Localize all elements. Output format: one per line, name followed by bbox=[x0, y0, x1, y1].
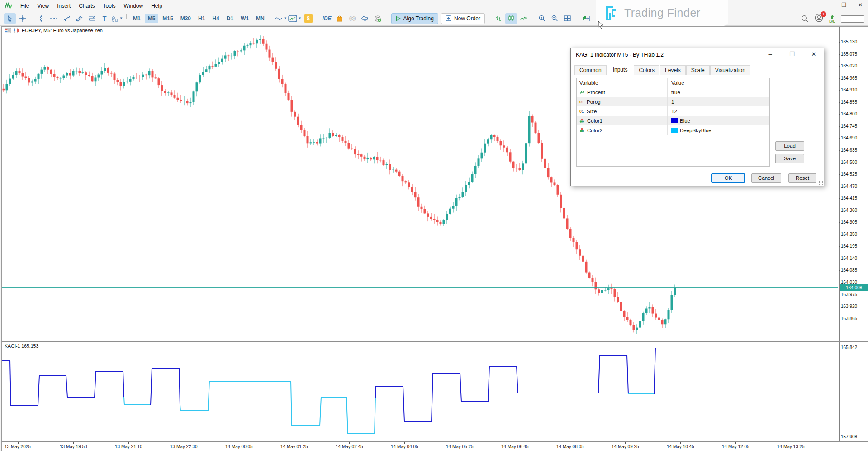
lvl-label: LVL bbox=[829, 20, 835, 23]
menu-insert[interactable]: Insert bbox=[53, 1, 75, 10]
param-value: DeepSkyBlue bbox=[680, 128, 711, 133]
timeframe-w1[interactable]: W1 bbox=[237, 14, 252, 23]
time-axis-label: 14 May 00:05 bbox=[225, 444, 253, 449]
horizontal-line-tool-button[interactable] bbox=[48, 13, 60, 24]
shift-end-button[interactable] bbox=[580, 13, 592, 24]
tab-scale[interactable]: Scale bbox=[686, 65, 710, 75]
bars-icon bbox=[495, 15, 502, 22]
chart-symbol-title: EURJPY, M5: Euro vs Japanese Yen bbox=[22, 28, 103, 33]
algo-trading-button[interactable]: Algo Trading bbox=[391, 13, 438, 24]
pane-separator[interactable] bbox=[2, 341, 868, 342]
timeframe-m15[interactable]: M15 bbox=[159, 14, 176, 23]
dialog-title: KAGI 1 Indicator MT5 - By TFlab 1.2 bbox=[576, 52, 664, 58]
timeframe-mn[interactable]: MN bbox=[253, 14, 268, 23]
ok-button[interactable]: OK bbox=[711, 173, 745, 183]
tab-inputs[interactable]: Inputs bbox=[607, 64, 634, 76]
timeframe-m30[interactable]: M30 bbox=[177, 14, 194, 23]
menu-charts[interactable]: Charts bbox=[75, 1, 99, 10]
candle-chart-mode-button[interactable] bbox=[505, 13, 517, 24]
table-row-color2[interactable]: Color2 DeepSkyBlue bbox=[577, 125, 769, 135]
vertical-line-tool-button[interactable] bbox=[35, 13, 47, 24]
dialog-minimize-button[interactable]: – bbox=[765, 50, 776, 59]
new-order-button[interactable]: New Order bbox=[441, 13, 485, 24]
cursor-tool-button[interactable] bbox=[4, 13, 16, 24]
time-axis[interactable]: 13 May 202513 May 19:5013 May 21:1013 Ma… bbox=[2, 442, 868, 451]
line-chart-mode-button[interactable] bbox=[518, 13, 530, 24]
text-tool-button[interactable]: T bbox=[99, 13, 110, 24]
dialog-close-button[interactable]: ✕ bbox=[808, 50, 819, 59]
zoom-out-button[interactable] bbox=[549, 13, 561, 24]
trading-finder-logo-icon bbox=[602, 5, 620, 22]
crosshair-tool-button[interactable] bbox=[17, 13, 28, 24]
cloud-button[interactable] bbox=[359, 13, 371, 24]
window-minimize-button[interactable]: – bbox=[823, 1, 833, 9]
toolbar-separator bbox=[533, 14, 533, 23]
value-column-header[interactable]: Value bbox=[668, 80, 769, 86]
price-axis-label: 165.130 bbox=[841, 39, 857, 44]
timeframe-h1[interactable]: H1 bbox=[195, 14, 208, 23]
time-axis-label: 14 May 04:05 bbox=[391, 444, 418, 449]
price-axis-label: 164.140 bbox=[841, 256, 857, 261]
variable-column-header[interactable]: Variable bbox=[577, 78, 668, 87]
window-controls: – ❐ ✕ bbox=[823, 1, 865, 9]
fibonacci-tool-button[interactable] bbox=[86, 13, 98, 24]
menu-help[interactable]: Help bbox=[147, 1, 166, 10]
dialog-resize-grip[interactable] bbox=[818, 180, 823, 185]
table-row-color1[interactable]: Color1 Blue bbox=[577, 116, 769, 125]
search-icon[interactable] bbox=[801, 15, 809, 23]
timeframe-h4[interactable]: H4 bbox=[209, 14, 222, 23]
algo-trading-label: Algo Trading bbox=[403, 15, 434, 22]
tile-windows-button[interactable] bbox=[562, 13, 574, 24]
tab-colors[interactable]: Colors bbox=[634, 65, 659, 75]
price-axis-label: 164.085 bbox=[841, 268, 857, 273]
parameters-table: Variable Value Procent true 01 Porog 1 bbox=[576, 78, 770, 167]
bar-chart-mode-button[interactable] bbox=[493, 13, 504, 24]
load-button[interactable]: Load bbox=[775, 141, 804, 151]
lvl-button[interactable]: LVL bbox=[829, 15, 835, 23]
timeframe-d1[interactable]: D1 bbox=[223, 14, 237, 23]
save-button[interactable]: Save bbox=[775, 154, 804, 163]
tab-levels[interactable]: Levels bbox=[660, 65, 686, 75]
tab-common[interactable]: Common bbox=[574, 65, 607, 75]
menu-window[interactable]: Window bbox=[120, 1, 147, 10]
price-axis[interactable]: 165.130165.075165.020164.965164.910164.8… bbox=[839, 27, 868, 451]
zoom-out-icon bbox=[551, 15, 558, 22]
signals-button[interactable]: ((o)) bbox=[346, 13, 358, 24]
cloud-icon bbox=[361, 15, 369, 22]
menu-view[interactable]: View bbox=[33, 1, 53, 10]
reset-button[interactable]: Reset bbox=[788, 173, 816, 183]
channel-icon bbox=[76, 15, 83, 22]
timeframe-m1[interactable]: M1 bbox=[130, 14, 144, 23]
zoom-in-button[interactable] bbox=[536, 13, 548, 24]
dialog-restore-button[interactable]: ❐ bbox=[787, 50, 797, 59]
window-restore-button[interactable]: ❐ bbox=[839, 1, 849, 9]
chart-symbol-icon[interactable] bbox=[13, 28, 19, 33]
tab-visualization[interactable]: Visualization bbox=[710, 65, 750, 75]
toolbar-right-cluster: 1 LVL bbox=[801, 14, 864, 24]
objects-window-button[interactable]: ▼ bbox=[288, 13, 302, 24]
table-row-size[interactable]: 01 Size 12 bbox=[577, 106, 769, 116]
trendline-tool-button[interactable] bbox=[61, 13, 72, 24]
depth-of-market-icon[interactable] bbox=[5, 28, 11, 33]
channel-tool-button[interactable] bbox=[73, 13, 85, 24]
cancel-button[interactable]: Cancel bbox=[751, 173, 781, 183]
metaeditor-ide-button[interactable]: IDE bbox=[321, 13, 333, 24]
time-axis-label: 14 May 08:05 bbox=[556, 444, 584, 449]
shapes-tool-button[interactable]: ▼ bbox=[111, 13, 123, 24]
menu-tools[interactable]: Tools bbox=[99, 1, 120, 10]
indicators-button[interactable]: ▼ bbox=[275, 13, 287, 24]
window-close-button[interactable]: ✕ bbox=[855, 1, 865, 9]
market-button[interactable] bbox=[334, 13, 346, 24]
profile-button[interactable]: 1 bbox=[815, 14, 823, 24]
menu-file[interactable]: File bbox=[16, 1, 33, 10]
indicators-dropdown-caret: ▼ bbox=[284, 16, 287, 20]
copy-trading-button[interactable] bbox=[372, 13, 384, 24]
timeframe-m5[interactable]: M5 bbox=[145, 14, 159, 23]
table-row-procent[interactable]: Procent true bbox=[577, 87, 769, 97]
table-row-porog[interactable]: 01 Porog 1 bbox=[577, 97, 769, 106]
crosshair-icon bbox=[19, 15, 26, 22]
notification-badge: 1 bbox=[821, 11, 826, 17]
time-axis-label: 14 May 06:45 bbox=[501, 444, 529, 449]
currency-button[interactable]: $ bbox=[303, 13, 314, 24]
param-value: true bbox=[671, 90, 680, 95]
